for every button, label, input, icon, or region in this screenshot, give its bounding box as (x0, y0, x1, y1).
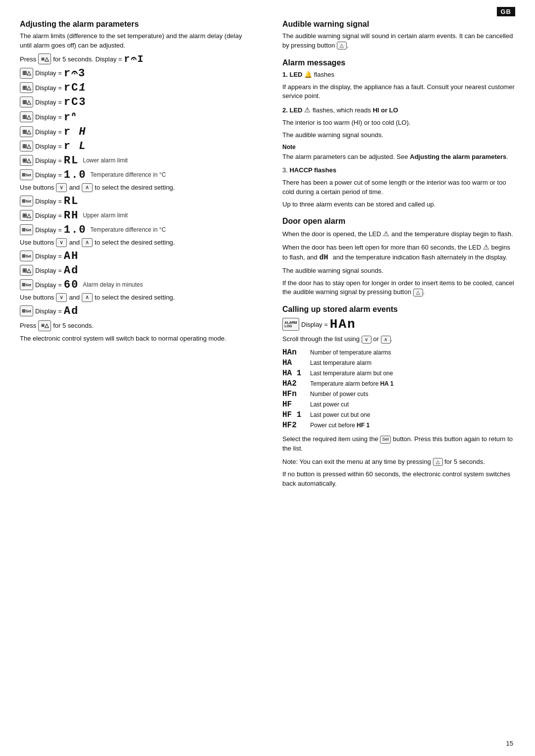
btn-up-a1[interactable]: ∧ (82, 183, 93, 192)
btn-up-5[interactable]: ⊞△ (20, 126, 33, 137)
calling-scroll: Scroll through the list using ∨ or ∧. (282, 335, 515, 344)
set-btn-1[interactable]: ⊞Set (20, 169, 33, 180)
set-delta-btn-1[interactable]: ⊞△ (38, 53, 51, 64)
to-select-label-1: to select the desired setting. (95, 184, 175, 191)
display-label-15: Display = (35, 307, 62, 315)
calling-display-val: HAn (330, 317, 356, 332)
display-label-1: Display = (35, 69, 62, 77)
led1-text: flashes (314, 71, 334, 78)
note-text: The alarm parameters can be adjusted. Se… (282, 152, 515, 162)
btn-up-1[interactable]: ⊞△ (20, 68, 33, 79)
alarm-desc-HFn: Number of power cuts (310, 391, 368, 398)
door-desc3: The audible warning signal sounds. (282, 266, 515, 276)
btn-up-2[interactable]: ⊞△ (20, 82, 33, 93)
btn-up-a3[interactable]: ∧ (82, 293, 93, 302)
display-label-3: Display = (35, 99, 62, 106)
set-btn-2[interactable]: ⊞Set (20, 196, 33, 206)
set-btn-4[interactable]: ⊞Set (20, 251, 33, 261)
btn-up-8[interactable]: ⊞△ (20, 210, 33, 221)
alarm-desc-HA2: Temperature alarm before HA 1 (310, 380, 393, 387)
alarm-log-btn[interactable]: ALARMLOG (282, 318, 299, 331)
haccp-desc1: There has been a power cut of some lengt… (282, 178, 515, 197)
door-alarm-section: Door open alarm When the door is opened,… (282, 217, 515, 297)
select-text: Select the required item using the Set b… (282, 435, 515, 454)
led1-label: 1. LED (282, 71, 302, 78)
delta-btn-door[interactable]: △ (413, 289, 423, 297)
delta-btn-audible[interactable]: △ (337, 42, 347, 50)
haccp-row: 3. HACCP flashes (282, 166, 515, 175)
to-select-label-2: to select the desired setting. (95, 239, 175, 246)
display-label-13: Display = (35, 267, 62, 274)
display-10-1-desc: Temperature difference in °C (90, 171, 166, 178)
display-label-8: Display = (35, 171, 62, 179)
calling-display-row: ALARMLOG Display = HAn (282, 317, 515, 332)
calling-section: Calling up stored alarm events ALARMLOG … (282, 305, 515, 488)
alarm-code-HA2: HA2 (282, 379, 307, 388)
display-60-desc: Alarm delay in minutes (83, 281, 143, 288)
page-label: GB (497, 7, 516, 16)
delta-btn-note2[interactable]: △ (433, 458, 443, 466)
display-label-4: Display = (35, 113, 62, 121)
led2-row: 2. LED ⚠ flashes, which reads HI or LO (282, 105, 515, 115)
btn-up-3[interactable]: ⊞△ (20, 97, 33, 107)
alarm-item-HF1: HF 1 Last power cut but one (282, 410, 515, 419)
alarm-messages-section: Alarm messages 1. LED 🔔 flashes If appea… (282, 58, 515, 209)
row-display-60: ⊞Set Display = 60 Alarm delay in minutes (20, 279, 253, 291)
door-desc2d: and the temperature indication flash alt… (332, 253, 507, 261)
alarm-items-list: HAn Number of temperature alarms HA Last… (282, 348, 515, 430)
btn-down-calling[interactable]: ∨ (362, 336, 372, 344)
alarm-code-HF1: HF 1 (282, 410, 307, 419)
display-label-12: Display = (35, 252, 62, 260)
row-display-10-1: ⊞Set Display = 1.0 Temperature differenc… (20, 169, 253, 181)
left-column: Adjusting the alarm parameters The alarm… (20, 20, 258, 491)
alarm-title: Alarm messages (282, 58, 515, 67)
alarm-item-HA: HA Last temperature alarm (282, 358, 515, 367)
alarm-item-HA2: HA2 Temperature alarm before HA 1 (282, 379, 515, 388)
row-display-10-2: ⊞Set Display = 1.0 Temperature differenc… (20, 224, 253, 236)
btn-down-a3[interactable]: ∨ (56, 293, 67, 302)
and-label-1: and (69, 184, 80, 191)
set-btn-6[interactable]: ⊞Set (20, 305, 33, 316)
btn-up-9[interactable]: ⊞△ (20, 265, 33, 276)
display-10-2-val: 1.0 (64, 224, 87, 236)
btn-up-calling[interactable]: ∧ (381, 336, 391, 344)
display-rL-val: r L (64, 140, 87, 152)
alarm-code-HF2: HF2 (282, 421, 307, 430)
display-label-5: Display = (35, 128, 62, 136)
audible-title: Audible warning signal (282, 20, 515, 29)
btn-up-4[interactable]: ⊞△ (20, 111, 33, 122)
calling-title: Calling up stored alarm events (282, 305, 515, 314)
led2-desc2: The audible warning signal sounds. (282, 131, 515, 140)
alarm-desc-HA: Last temperature alarm (310, 359, 372, 366)
haccp-label: 3. (282, 166, 288, 174)
row-display-rL: ⊞△ Display = r L (20, 140, 253, 152)
use-buttons-label-2: Use buttons (20, 239, 54, 246)
btn-up-6[interactable]: ⊞△ (20, 141, 33, 151)
row-display-AL: ⊞△ Display = RL Lower alarm limit (20, 154, 253, 167)
btn-down-a2[interactable]: ∨ (56, 238, 67, 247)
audible-text: The audible warning signal will sound in… (282, 32, 515, 50)
row-display-rC1: ⊞△ Display = rC1 (20, 82, 253, 94)
set-btn-3[interactable]: ⊞Set (20, 224, 33, 235)
set-btn-5[interactable]: ⊞Set (20, 279, 33, 290)
row-display-AH2: ⊞Set Display = AH (20, 250, 253, 262)
alarm-desc-HA1: Last temperature alarm but one (310, 370, 393, 377)
alarm-code-HA1: HA 1 (282, 369, 307, 378)
display-RL-val: RL (64, 195, 79, 207)
led2-label: 2. LED (282, 106, 302, 114)
door-title: Door open alarm (282, 217, 515, 226)
set-delta-btn-2[interactable]: ⊞△ (38, 320, 51, 331)
btn-down-a1[interactable]: ∨ (56, 183, 67, 192)
door-dH-display: dH (319, 253, 332, 262)
display-label-9: Display = (35, 198, 62, 205)
alarm-item-HAn: HAn Number of temperature alarms (282, 348, 515, 357)
and-label-2: and (69, 239, 80, 246)
row-display-Ad2: ⊞Set Display = Ad (20, 305, 253, 317)
note2-time: for 5 seconds. (444, 458, 485, 465)
btn-up-a2[interactable]: ∧ (82, 238, 93, 247)
to-select-label-3: to select the desired setting. (95, 294, 175, 301)
alarm-code-HF: HF (282, 400, 307, 409)
set-btn-inline[interactable]: Set (380, 436, 391, 444)
page-number: 15 (506, 740, 513, 747)
btn-up-7[interactable]: ⊞△ (20, 155, 33, 166)
